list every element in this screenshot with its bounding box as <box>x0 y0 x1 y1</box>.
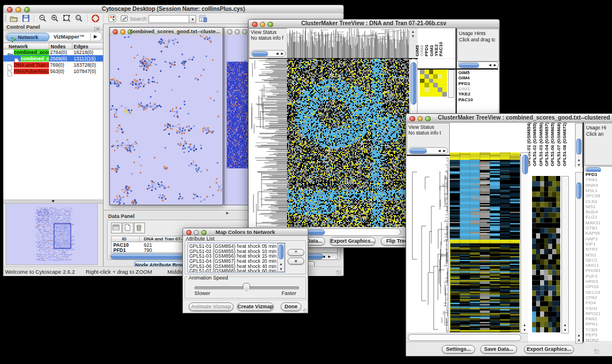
treeview2-heatmap-vscrollbar[interactable]: ▲ ▼ <box>521 152 529 334</box>
treeview1-row-dendrogram[interactable] <box>249 59 287 227</box>
minimize-button[interactable] <box>120 29 125 35</box>
scroll-down-icon[interactable]: ▼ <box>577 163 581 167</box>
row-label[interactable]: HRD3 <box>586 279 598 284</box>
column-label[interactable]: PAC10 <box>439 42 443 56</box>
treeview1-column-dendrogram[interactable] <box>287 28 409 58</box>
row-label[interactable]: TCB3 <box>586 328 597 332</box>
search-input[interactable]: ▼ <box>148 15 196 23</box>
attribute-select-button[interactable] <box>111 223 122 233</box>
zoom-button[interactable] <box>242 29 247 35</box>
tab-vizmapper[interactable]: VizMapper™ <box>49 33 90 40</box>
row-label[interactable]: CLN1 <box>586 200 597 204</box>
attribute-list-item[interactable]: GPL51-07 (GSM868) heat shock 60 min <box>189 269 285 273</box>
row-label[interactable]: FIG4 <box>586 301 596 305</box>
minimize-button[interactable] <box>418 116 423 122</box>
row-label[interactable]: PFD1 <box>586 173 597 177</box>
row-label[interactable]: NIS1 <box>586 205 596 209</box>
network-view-1-title-bar[interactable]: combined_scores_good.txt--cluste... <box>110 28 223 36</box>
treeview2-collabel-vscrollbar[interactable]: ▲ ▼ <box>575 123 583 168</box>
new-attribute-button[interactable] <box>123 223 133 233</box>
tab-overflow-button[interactable]: ▶ <box>90 33 100 40</box>
animate-vizmap-button[interactable]: Animate Vizmap <box>189 302 234 311</box>
delete-attribute-button[interactable] <box>134 223 145 233</box>
settings-button[interactable]: Settings... <box>442 345 475 354</box>
network-overview-thumbnail[interactable] <box>6 203 98 265</box>
scroll-right-icon[interactable]: ▶ <box>328 255 331 258</box>
scroll-left-icon[interactable]: ◀ <box>276 52 278 55</box>
dialog-title-bar[interactable]: Map Colors to Network <box>183 228 308 236</box>
treeview1-title-bar[interactable]: ClusterMaker TreeView : DNA and Tran 07-… <box>248 20 499 28</box>
row-label[interactable]: CPA2 <box>586 296 597 300</box>
treeview2-zoom-vscrollbar[interactable]: ▲ ▼ <box>561 176 569 334</box>
panel-resize-arrow-icon[interactable]: ➤ <box>225 211 229 216</box>
done-button[interactable]: Done <box>281 302 301 311</box>
row-label[interactable]: YRA1 <box>586 178 598 182</box>
row-label[interactable]: MSL1 <box>586 189 598 193</box>
zoom-selected-icon[interactable]: 1:1 <box>75 14 83 22</box>
scroll-down-icon[interactable]: ▼ <box>523 328 526 332</box>
treeview2-zoom-heatmap[interactable] <box>532 176 560 332</box>
row-label[interactable]: PAC10 <box>458 98 473 102</box>
window-resize-grip[interactable] <box>594 349 599 354</box>
row-label[interactable]: YKE2 <box>458 92 471 97</box>
row-label[interactable]: VIP1 <box>586 242 595 247</box>
scroll-down-icon[interactable]: ▼ <box>564 328 567 332</box>
row-label[interactable]: MSI1 <box>586 253 596 258</box>
create-network-icon[interactable] <box>108 14 116 22</box>
scroll-up-icon[interactable]: ▲ <box>577 158 581 162</box>
move-down-button[interactable]: v <box>288 258 304 265</box>
zoom-fit-icon[interactable] <box>63 14 71 22</box>
speed-slider-thumb[interactable] <box>243 283 250 292</box>
row-label[interactable]: RNR4 <box>586 183 598 188</box>
row-label[interactable]: GIM5 <box>458 71 470 75</box>
network-row[interactable]: DNA and Tran 07769(0)183728(0) <box>3 62 103 68</box>
main-title-bar[interactable]: Cytoscape Desktop (Session Name: collins… <box>3 5 343 14</box>
scroll-up-icon[interactable]: ▲ <box>280 262 283 266</box>
row-label[interactable]: GIM3 <box>458 87 470 91</box>
close-button[interactable] <box>410 116 415 122</box>
network-row[interactable]: RNAPuberNov2+563(0)107847(0) <box>3 68 103 74</box>
scroll-right-icon[interactable]: ▶ <box>443 149 446 152</box>
scroll-down-icon[interactable]: ▼ <box>280 267 283 271</box>
treeview1-mini-vscrollbar[interactable] <box>448 70 454 98</box>
scroll-up-icon[interactable]: ▲ <box>523 323 526 327</box>
row-label[interactable]: KAP95 <box>586 231 600 236</box>
network-row[interactable]: combined_sco2569(6)13112(15) <box>3 55 103 62</box>
row-label[interactable]: HMG1 <box>586 263 599 268</box>
network-row[interactable]: combined_scores_2764(0)16218(0) <box>3 49 103 55</box>
usage-hints-scrollbar[interactable]: ◀ ▶ <box>458 62 499 68</box>
row-label[interactable]: GPI16 <box>586 285 599 289</box>
scroll-right-icon[interactable]: ▶ <box>494 63 496 67</box>
row-label[interactable]: RPO21 <box>586 312 600 316</box>
mini-scroll-up-icon[interactable]: ▲ <box>411 30 415 33</box>
view-status-scrollbar[interactable]: ◀ ▶ <box>408 147 448 154</box>
create-vizmap-button[interactable]: Create Vizmap <box>237 302 274 311</box>
attribute-table-icon[interactable] <box>199 14 207 22</box>
tab-network[interactable]: Network <box>6 33 49 41</box>
attribute-list-vscrollbar[interactable]: ▲ ▼ <box>277 243 285 272</box>
treeview2-rowlabel-vscrollbar[interactable]: ▲ ▼ <box>575 172 583 344</box>
scroll-left-icon[interactable]: ◀ <box>438 149 441 152</box>
row-label[interactable]: PEP5 <box>586 333 597 338</box>
export-graphics-button[interactable]: Export Graphics... <box>330 237 376 246</box>
attribute-list[interactable]: GPL51-01 (GSM854) heat shock 05 minGPL51… <box>188 243 285 273</box>
open-file-icon[interactable] <box>10 14 18 22</box>
move-up-button[interactable]: ^ <box>288 249 304 256</box>
treeview2-hscrollbar[interactable] <box>408 334 521 341</box>
column-label[interactable]: GPL51-04 (GSM857) <box>545 122 549 166</box>
treeview2-row-dendrogram[interactable] <box>407 157 449 332</box>
scroll-up-icon[interactable]: ▲ <box>577 334 581 337</box>
column-label[interactable]: GPL51-03 (GSM856) <box>539 122 544 166</box>
row-label[interactable]: ELG1 <box>586 215 597 220</box>
mini-scroll-down-icon[interactable]: ▼ <box>411 35 415 38</box>
treeview1-heatmap[interactable] <box>287 59 409 227</box>
row-label[interactable]: NTR2 <box>586 247 598 252</box>
row-label[interactable]: PAN1 <box>586 317 597 321</box>
save-session-icon[interactable] <box>22 14 30 22</box>
scroll-right-icon[interactable]: ▶ <box>281 52 284 55</box>
search-dropdown-button[interactable]: ▼ <box>189 16 196 22</box>
save-data-button[interactable]: Save Data... <box>480 345 517 354</box>
view-status-scrollbar[interactable]: ◀ ▶ <box>251 50 286 57</box>
column-label[interactable]: GPL51-06 (GSM865) <box>550 122 555 166</box>
row-label[interactable]: PFD1 <box>458 82 470 86</box>
